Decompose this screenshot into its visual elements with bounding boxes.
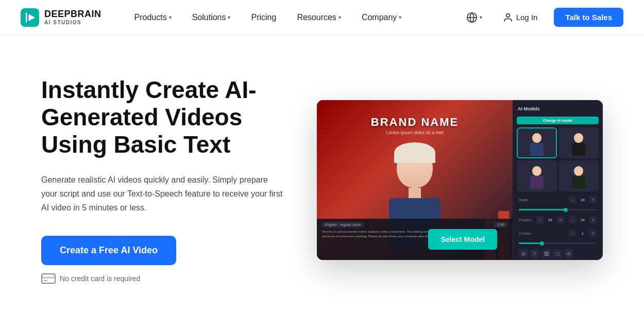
language-selector[interactable]: ▾	[462, 8, 486, 27]
nav-company-label: Company	[362, 13, 397, 22]
pos-x-minus[interactable]: -	[536, 216, 544, 223]
model-avatar-2	[571, 130, 586, 156]
no-credit-row: No credit card is required	[41, 273, 286, 284]
brand-overlay: BRAND NAME Lorem ipsum dolor sit a met	[371, 116, 459, 135]
scale-prop-control: - 24 +	[569, 196, 597, 203]
presenter-hair	[394, 142, 435, 163]
presenter-head	[397, 147, 433, 188]
navbar-right: ▾ Log In Talk to Sales	[462, 8, 623, 27]
zindex-slider-thumb[interactable]	[540, 241, 544, 246]
nav-solutions[interactable]: Solutions ▾	[184, 9, 239, 26]
nav-company[interactable]: Company ▾	[353, 9, 410, 26]
login-button[interactable]: Log In	[495, 8, 546, 27]
pos-y-value: 24	[578, 218, 588, 222]
nav-resources[interactable]: Resources ▾	[289, 9, 349, 26]
logo[interactable]: DEEPBRAIN AI STUDIOS	[21, 8, 101, 27]
scale-value: 24	[578, 198, 588, 202]
hero-left: Instantly Create AI-Generated Videos Usi…	[41, 76, 286, 283]
scale-slider-fill	[519, 209, 566, 210]
select-model-button[interactable]: Select Model	[428, 229, 497, 250]
zindex-slider-fill	[519, 242, 542, 244]
screenshot-main-area: BRAND NAME Lorem ipsum dolor sit a met	[317, 100, 513, 260]
sidebar-ai-models-title: AI Models	[517, 104, 599, 113]
logo-text: DEEPBRAIN AI STUDIOS	[44, 9, 101, 25]
globe-chevron-icon: ▾	[480, 14, 482, 20]
model-card-4[interactable]	[559, 160, 599, 191]
model-card-2[interactable]	[559, 127, 599, 158]
model-body-4	[572, 176, 585, 189]
brand-subtitle: AI STUDIOS	[44, 20, 101, 25]
navbar: DEEPBRAIN AI STUDIOS Products ▾ Solution…	[0, 0, 644, 35]
hero-right: BRAND NAME Lorem ipsum dolor sit a met	[317, 100, 603, 260]
zindex-plus[interactable]: +	[589, 230, 597, 237]
text-icon[interactable]: T	[530, 249, 539, 258]
pos-x-control: - 24 +	[536, 216, 564, 223]
scale-plus-button[interactable]: +	[589, 196, 597, 203]
nav-pricing-label: Pricing	[251, 13, 276, 22]
model-head-2	[574, 133, 583, 143]
product-screenshot: BRAND NAME Lorem ipsum dolor sit a met	[317, 100, 603, 260]
zindex-slider-track[interactable]	[519, 242, 597, 244]
pos-y-minus[interactable]: -	[569, 216, 576, 223]
zindex-prop-control: - 1 +	[569, 230, 597, 237]
model-head-1	[532, 133, 541, 143]
scale-label: Scale	[519, 198, 528, 202]
model-body-1	[530, 143, 544, 156]
model-grid	[517, 127, 599, 191]
chevron-down-icon: ▾	[228, 14, 230, 20]
chevron-down-icon: ▾	[169, 14, 172, 20]
nav-links: Products ▾ Solutions ▾ Pricing Resources…	[126, 9, 410, 26]
language-tag: English - regular voice	[322, 222, 364, 228]
nav-resources-label: Resources	[297, 13, 336, 22]
nav-products-label: Products	[134, 13, 167, 22]
settings-icon[interactable]: ⚙	[564, 249, 573, 258]
pos-x-value: 24	[545, 218, 555, 222]
pos-y-plus[interactable]: +	[589, 216, 597, 223]
nav-products[interactable]: Products ▾	[126, 9, 180, 26]
brand-sub-overlay: Lorem ipsum dolor sit a met	[371, 130, 459, 135]
svg-rect-2	[27, 12, 29, 23]
image-icon[interactable]: 🖼	[541, 249, 551, 258]
presenter-neck	[409, 188, 421, 198]
hero-title: Instantly Create AI-Generated Videos Usi…	[41, 76, 286, 158]
layers-icon[interactable]: ⊞	[519, 249, 528, 258]
zindex-value: 1	[578, 232, 588, 235]
change-ai-model-button[interactable]: Change AI model	[517, 117, 599, 124]
model-body-3	[530, 176, 544, 189]
nav-solutions-label: Solutions	[192, 13, 226, 22]
zindex-control: Z-index - 1 +	[517, 228, 599, 238]
talk-to-sales-button[interactable]: Talk to Sales	[554, 8, 623, 27]
nav-pricing[interactable]: Pricing	[243, 9, 284, 26]
chevron-down-icon: ▾	[338, 14, 341, 20]
scale-slider-thumb[interactable]	[564, 208, 568, 212]
zindex-minus[interactable]: -	[569, 230, 576, 237]
model-head-4	[574, 166, 583, 176]
shape-icon[interactable]: ◻	[553, 249, 562, 258]
hero-description: Generate realistic AI videos quickly and…	[41, 173, 286, 215]
bottom-controls: English - regular voice 0:36	[322, 222, 507, 228]
position-control: Position - 24 + - 24 +	[517, 215, 599, 225]
main-content: Instantly Create AI-Generated Videos Usi…	[0, 35, 644, 325]
model-head-3	[532, 166, 541, 176]
model-card-1[interactable]	[517, 127, 557, 158]
model-avatar-3	[529, 163, 545, 189]
svg-point-5	[506, 13, 510, 17]
model-avatar-4	[571, 163, 586, 189]
navbar-left: DEEPBRAIN AI STUDIOS Products ▾ Solution…	[21, 8, 410, 27]
cta-button[interactable]: Create a Free AI Video	[41, 236, 176, 265]
model-body-2	[572, 143, 585, 156]
time-tag: 0:36	[494, 222, 507, 228]
model-avatar-1	[529, 130, 545, 156]
no-credit-label: No credit card is required	[60, 274, 140, 283]
screenshot-sidebar: AI Models Change AI model	[513, 100, 603, 260]
zindex-slider	[517, 241, 599, 245]
position-label: Position	[519, 218, 532, 222]
scale-minus-button[interactable]: -	[569, 196, 576, 203]
svg-rect-7	[42, 277, 55, 279]
pos-x-plus[interactable]: +	[557, 216, 564, 223]
svg-rect-8	[43, 280, 47, 281]
sidebar-action-icons: ⊞ T 🖼 ◻ ⚙	[517, 248, 599, 259]
login-label: Log In	[516, 13, 538, 22]
model-card-3[interactable]	[517, 160, 557, 191]
scale-slider-track[interactable]	[519, 209, 597, 210]
